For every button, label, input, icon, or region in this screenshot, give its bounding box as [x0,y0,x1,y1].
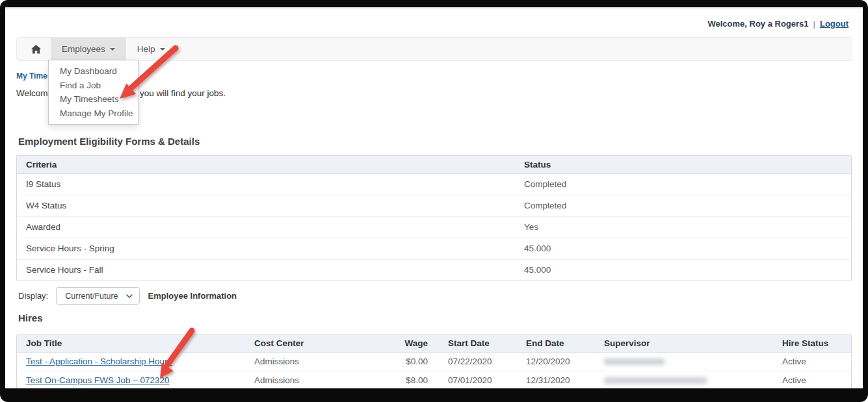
separator: | [813,19,815,29]
wage-cell: $0.00 [381,353,439,371]
caret-down-icon [160,48,165,51]
supervisor-cell-redacted [595,353,773,371]
table-row: Test - Application - Scholarship Hours A… [17,353,851,371]
status-cell: 45.000 [515,260,851,281]
nav-item-help[interactable]: Help [126,38,176,60]
display-select-value: Current/Future [65,292,118,301]
employees-dropdown-menu: My Dashboard Find a Job My Timesheets Ma… [48,60,138,125]
display-label: Display: [18,291,48,301]
cost-center-cell: Admissions [245,371,381,389]
column-header-end-date: End Date [517,335,595,352]
criteria-cell: I9 Status [17,174,515,195]
table-row: Awarded Yes [17,217,851,238]
column-header-start-date: Start Date [439,335,517,352]
status-cell: Completed [515,174,851,195]
welcome-bar: Welcome, Roy a Rogers1|Logout [707,19,848,29]
column-header-cost-center: Cost Center [245,335,381,352]
menu-item-find-a-job[interactable]: Find a Job [49,79,138,93]
supervisor-cell-redacted [595,371,773,389]
column-header-status: Status [515,156,851,173]
start-date-cell: 07/01/2020 [439,371,517,389]
hires-section-title: Hires [18,312,43,323]
home-button[interactable] [17,38,51,60]
criteria-cell: Awarded [17,217,515,238]
intro-text-right-fragment: you will find your jobs. [140,88,226,98]
start-date-cell: 07/22/2020 [439,353,517,371]
menu-item-manage-my-profile[interactable]: Manage My Profile [49,107,138,121]
display-description: Employee Information [148,291,237,301]
cost-center-cell: Admissions [245,353,381,371]
column-header-wage: Wage [381,335,439,352]
breadcrumb[interactable]: My Times [16,71,51,81]
display-filter-bar: Display: Current/Future Employee Informa… [18,287,237,305]
job-title-cell: Test On-Campus FWS Job – 072320 [17,371,245,389]
intro-text-left-fragment: Welcom [16,88,48,98]
eligibility-section-title: Employment Eligibility Forms & Details [18,136,200,147]
nav-item-employees[interactable]: Employees [51,38,126,60]
nav-item-employees-label: Employees [62,44,105,54]
menu-item-my-dashboard[interactable]: My Dashboard [49,64,138,79]
job-title-link[interactable]: Test On-Campus FWS Job – 072320 [26,375,170,385]
criteria-cell: W4 Status [17,195,515,216]
wage-cell: $8.00 [381,371,439,389]
welcome-text: Welcome, Roy a Rogers1 [707,19,808,29]
table-row: Service Hours - Spring 45.000 [17,238,851,260]
criteria-cell: Service Hours - Fall [17,260,515,281]
end-date-cell: 12/20/2020 [517,353,595,371]
status-cell: 45.000 [515,238,851,259]
end-date-cell: 12/31/2020 [517,371,595,389]
job-title-cell: Test - Application - Scholarship Hours [17,353,245,371]
caret-down-icon [110,48,115,51]
display-select[interactable]: Current/Future [56,287,139,305]
browser-frame: Welcome, Roy a Rogers1|Logout Employees … [0,0,868,402]
table-row: Service Hours - Fall 45.000 [17,260,851,281]
page: Welcome, Roy a Rogers1|Logout Employees … [5,7,863,388]
logout-link[interactable]: Logout [820,19,848,29]
eligibility-table-header: Criteria Status [17,156,851,174]
column-header-hire-status: Hire Status [773,335,851,352]
status-cell: Completed [515,195,851,216]
column-header-supervisor: Supervisor [595,335,773,352]
table-row: I9 Status Completed [17,174,851,195]
hire-status-cell: Active [773,371,851,389]
status-cell: Yes [515,217,851,238]
column-header-job-title: Job Title [17,335,245,352]
table-row: Test On-Campus FWS Job – 072320 Admissio… [17,371,851,389]
eligibility-table: Criteria Status I9 Status Completed W4 S… [16,155,852,281]
job-title-link[interactable]: Test - Application - Scholarship Hours [26,357,172,366]
nav-item-help-label: Help [137,44,155,54]
criteria-cell: Service Hours - Spring [17,238,515,259]
main-navbar: Employees Help [16,37,852,61]
menu-item-my-timesheets[interactable]: My Timesheets [49,92,138,107]
hire-status-cell: Active [773,353,851,371]
table-row: W4 Status Completed [17,195,851,217]
hires-table-header: Job Title Cost Center Wage Start Date En… [17,335,851,353]
home-icon [31,45,41,54]
column-header-criteria: Criteria [17,156,515,173]
hires-table: Job Title Cost Center Wage Start Date En… [16,334,852,388]
chevron-down-icon [126,294,133,298]
